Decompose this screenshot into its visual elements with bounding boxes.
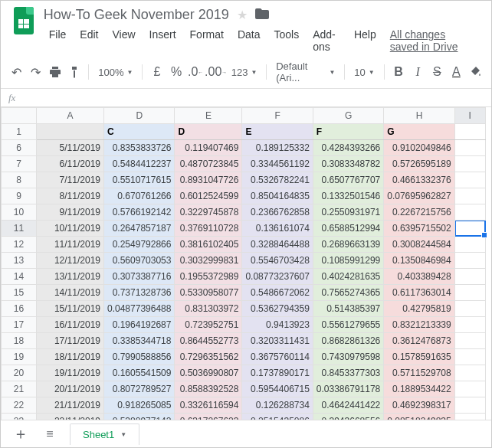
select-all-corner[interactable]	[2, 108, 37, 124]
cell[interactable]	[454, 237, 485, 253]
row-header[interactable]: 17	[2, 317, 37, 333]
cell[interactable]: E	[242, 124, 313, 140]
cell[interactable]: 7/11/2019	[37, 172, 104, 188]
cell[interactable]: 0.5326782241	[242, 172, 313, 188]
zoom-dropdown[interactable]: 100%▼	[95, 67, 136, 78]
cell[interactable]: 0.4692398317	[384, 397, 454, 414]
cell[interactable]: 0.3769110728	[175, 221, 242, 237]
formula-bar[interactable]: fx	[1, 89, 491, 107]
strikethrough-icon[interactable]: S	[429, 63, 445, 81]
cell[interactable]: 0.3203311431	[242, 333, 313, 349]
cell[interactable]	[454, 269, 485, 285]
cell[interactable]: 0.2647857187	[104, 221, 175, 237]
cell[interactable]	[454, 188, 485, 204]
cell[interactable]	[454, 381, 485, 397]
cell[interactable]: 0.4661332376	[384, 172, 454, 188]
cell[interactable]	[454, 204, 485, 221]
cell[interactable]: 0.4284393266	[313, 140, 383, 156]
cell[interactable]: 0.7371328736	[104, 285, 175, 301]
cell[interactable]: 11/11/2019	[37, 237, 104, 253]
cell[interactable]: 20/11/2019	[37, 381, 104, 397]
cell[interactable]: 0.6117363014	[384, 285, 454, 301]
cell[interactable]: 0.7430979598	[313, 349, 383, 365]
cell[interactable]	[454, 221, 485, 237]
cell[interactable]: 0.8072789527	[104, 381, 175, 397]
cell[interactable]: 0.4870723845	[175, 156, 242, 172]
cell[interactable]: 12/11/2019	[37, 253, 104, 269]
cell[interactable]: 0.3385344718	[104, 333, 175, 349]
menu-file[interactable]: File	[44, 25, 72, 56]
cell[interactable]: 0.3288464488	[242, 237, 313, 253]
cell[interactable]: 0.119407469	[175, 140, 242, 156]
cell[interactable]	[454, 140, 485, 156]
row-header[interactable]: 14	[2, 269, 37, 285]
cell[interactable]: 0.08773237607	[242, 269, 313, 285]
cell[interactable]: 9/11/2019	[37, 204, 104, 221]
cell[interactable]: 0.2366762858	[242, 204, 313, 221]
cell[interactable]: 0.8682861326	[313, 333, 383, 349]
cell[interactable]: 0.5510717615	[104, 172, 175, 188]
cell[interactable]	[454, 397, 485, 414]
row-header[interactable]: 6	[2, 140, 37, 156]
cell[interactable]: 0.7296351562	[175, 349, 242, 365]
cell[interactable]: 0.3344561192	[242, 156, 313, 172]
row-header[interactable]: 7	[2, 156, 37, 172]
folder-icon[interactable]	[255, 8, 269, 21]
cell[interactable]: 0.1085991299	[313, 253, 383, 269]
cell[interactable]: 0.07695962827	[384, 188, 454, 204]
add-sheet-icon[interactable]: ＋	[11, 425, 30, 443]
cell[interactable]: 0.5561279655	[313, 317, 383, 333]
cell[interactable]: 0.3816102405	[175, 237, 242, 253]
all-sheets-icon[interactable]: ≡	[41, 425, 59, 443]
menu-addons[interactable]: Add-ons	[307, 25, 346, 56]
cell[interactable]: 15/11/2019	[37, 301, 104, 317]
undo-icon[interactable]: ↶	[8, 63, 25, 81]
cell[interactable]: 16/11/2019	[37, 317, 104, 333]
row-header[interactable]: 15	[2, 285, 37, 301]
col-header-E[interactable]: E	[175, 108, 242, 124]
cell[interactable]: 0.403389428	[384, 269, 454, 285]
font-dropdown[interactable]: Default (Ari...▼	[273, 60, 338, 83]
cell[interactable]: 0.6588512994	[313, 221, 383, 237]
cell[interactable]: 0.3326116594	[175, 397, 242, 414]
cell[interactable]: 0.4024281635	[313, 269, 383, 285]
cell[interactable]: 0.3032999831	[175, 253, 242, 269]
cell[interactable]: 0.1605541509	[104, 365, 175, 381]
cell[interactable]	[454, 365, 485, 381]
redo-icon[interactable]: ↷	[28, 63, 44, 81]
cell[interactable]: 0.670761266	[104, 188, 175, 204]
cell[interactable]: 0.1578591635	[384, 349, 454, 365]
cell[interactable]: 0.8504164835	[242, 188, 313, 204]
decrease-decimal-icon[interactable]: .0←	[188, 63, 204, 81]
menu-format[interactable]: Format	[185, 25, 229, 56]
print-icon[interactable]	[47, 63, 63, 81]
percent-icon[interactable]: %	[168, 63, 184, 81]
star-icon[interactable]: ★	[237, 8, 248, 22]
spreadsheet-grid[interactable]: A D E F G H I 1 C D E F G 65/11/20190.83…	[1, 107, 491, 444]
col-header-I[interactable]: I	[454, 108, 485, 124]
doc-title[interactable]: How-To Geek November 2019	[44, 7, 229, 23]
cell[interactable]: 0.831303972	[175, 301, 242, 317]
row-header[interactable]: 10	[2, 204, 37, 221]
cell[interactable]: 0.1964192687	[104, 317, 175, 333]
menu-insert[interactable]: Insert	[144, 25, 182, 56]
cell[interactable]: 0.5609703053	[104, 253, 175, 269]
col-header-G[interactable]: G	[313, 108, 383, 124]
cell[interactable]: 0.5546703428	[242, 253, 313, 269]
increase-decimal-icon[interactable]: .00→	[207, 63, 225, 81]
sheets-logo[interactable]	[10, 5, 38, 36]
row-header-1[interactable]: 1	[2, 124, 37, 140]
cell[interactable]: 0.6012524599	[175, 188, 242, 204]
menu-edit[interactable]: Edit	[74, 25, 103, 56]
paint-format-icon[interactable]	[66, 63, 82, 81]
bold-icon[interactable]: B	[391, 63, 407, 81]
cell[interactable]: 0.9413923	[242, 317, 313, 333]
cell[interactable]: 0.3073387716	[104, 269, 175, 285]
menu-tools[interactable]: Tools	[268, 25, 304, 56]
cell[interactable]: 0.1350846984	[384, 253, 454, 269]
cell[interactable]: 0.1955372989	[175, 269, 242, 285]
italic-icon[interactable]: I	[410, 63, 426, 81]
row-header[interactable]: 16	[2, 301, 37, 317]
cell[interactable]	[454, 333, 485, 349]
cell[interactable]	[454, 124, 485, 140]
